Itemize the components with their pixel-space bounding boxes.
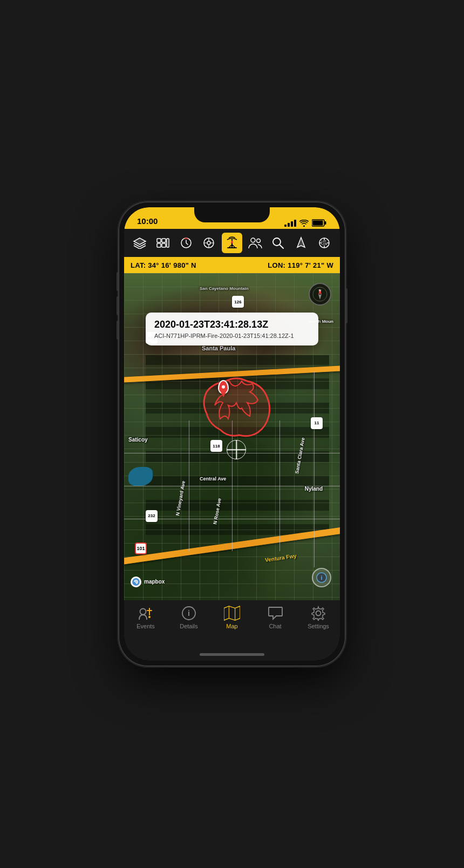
home-bar — [200, 653, 264, 656]
svg-rect-1 — [325, 221, 326, 225]
chat-icon — [267, 606, 283, 621]
pin-dot — [222, 385, 225, 389]
label-nyland: Nyland — [305, 486, 323, 492]
layers-button[interactable] — [129, 233, 150, 253]
people-button[interactable] — [245, 233, 265, 253]
nav-map[interactable]: Map — [210, 606, 254, 629]
phone-frame: 10:00 — [119, 202, 345, 666]
svg-point-31 — [148, 616, 151, 618]
svg-rect-6 — [162, 243, 166, 247]
compass[interactable]: N — [309, 283, 331, 306]
svg-point-10 — [207, 241, 210, 245]
map-crosshair — [227, 440, 246, 459]
details-icon: i — [181, 606, 197, 621]
svg-line-16 — [280, 245, 284, 249]
signal-icon — [284, 219, 296, 227]
fire-history-button[interactable] — [176, 233, 196, 253]
settings-icon — [310, 606, 326, 621]
svg-point-13 — [251, 238, 255, 242]
water-body — [128, 467, 153, 486]
label-central-ave: Central Ave — [200, 476, 226, 482]
coordinates-bar: LAT: 34° 16' 980" N LON: 119° 7' 21" W — [124, 257, 340, 273]
svg-rect-7 — [167, 239, 169, 247]
pin-body — [218, 380, 229, 394]
latlon-button[interactable]: LAT LON — [314, 233, 335, 253]
svg-text:N: N — [319, 289, 321, 292]
latitude-display: LAT: 34° 16' 980" N — [131, 261, 196, 269]
bottom-navigation: Events i Details — [124, 600, 340, 648]
home-indicator — [124, 648, 340, 661]
nav-settings[interactable]: Settings — [297, 606, 340, 629]
svg-point-37 — [316, 611, 321, 616]
road-v4 — [314, 371, 315, 568]
active-fire-button[interactable] — [222, 233, 242, 253]
nav-events[interactable]: Events — [124, 606, 167, 629]
svg-point-14 — [256, 239, 260, 243]
fire-perimeter-svg — [172, 365, 296, 451]
mapbox-attribution: mapbox — [131, 577, 165, 587]
shield-126: 126 — [232, 296, 244, 308]
events-icon — [138, 606, 154, 621]
status-icons — [284, 219, 327, 227]
map-label: Map — [226, 623, 237, 629]
crosshair-circle — [227, 440, 246, 459]
svg-text:i: i — [320, 574, 322, 581]
svg-rect-3 — [157, 239, 161, 242]
search-button[interactable] — [268, 233, 288, 253]
screen: 10:00 — [124, 207, 340, 661]
map-icon — [224, 606, 240, 621]
scope-button[interactable] — [199, 233, 219, 253]
popup-incident-id: ACI-N771HP-IPRM-Fire-2020-01-23T15:41:28… — [154, 333, 310, 339]
fire-location-pin — [218, 380, 229, 394]
controls-button[interactable] — [153, 233, 173, 253]
svg-text:LON: LON — [322, 242, 327, 246]
details-label: Details — [180, 623, 198, 629]
status-time: 10:00 — [137, 216, 158, 227]
shield-118: 118 — [210, 440, 222, 452]
wifi-icon — [299, 220, 309, 227]
popup-timestamp: 2020-01-23T23:41:28.13Z — [154, 319, 310, 331]
phone-screen: 10:00 — [124, 207, 340, 661]
map-info-button[interactable]: i — [312, 568, 331, 587]
map-view[interactable]: 2020-01-23T23:41:28.13Z ACI-N771HP-IPRM-… — [124, 273, 340, 600]
chat-label: Chat — [269, 623, 281, 629]
label-santa-paula: Santa Paula — [202, 345, 235, 351]
svg-rect-4 — [162, 239, 166, 242]
svg-text:i: i — [188, 609, 190, 618]
events-label: Events — [137, 623, 155, 629]
battery-icon — [312, 219, 327, 227]
svg-point-30 — [140, 609, 146, 615]
shield-232: 232 — [146, 510, 158, 522]
nav-chat[interactable]: Chat — [254, 606, 297, 629]
toolbar: LAT LON — [124, 229, 340, 257]
settings-label: Settings — [308, 623, 329, 629]
notch — [194, 207, 270, 222]
gps-button[interactable] — [291, 233, 311, 253]
svg-rect-5 — [157, 243, 161, 247]
shield-101: 101 — [135, 542, 147, 554]
label-saticoy: Saticoy — [128, 437, 148, 443]
mapbox-logo — [131, 577, 141, 587]
label-san-cayetano: San Cayetano Mountain — [200, 286, 249, 291]
mapbox-text: mapbox — [144, 579, 165, 585]
longitude-display: LON: 119° 7' 21" W — [268, 261, 333, 269]
nav-details[interactable]: i Details — [167, 606, 210, 629]
incident-popup[interactable]: 2020-01-23T23:41:28.13Z ACI-N771HP-IPRM-… — [146, 313, 318, 346]
svg-rect-2 — [313, 221, 323, 226]
svg-point-27 — [135, 581, 137, 582]
svg-marker-34 — [224, 606, 240, 620]
shield-11: 11 — [311, 417, 323, 429]
